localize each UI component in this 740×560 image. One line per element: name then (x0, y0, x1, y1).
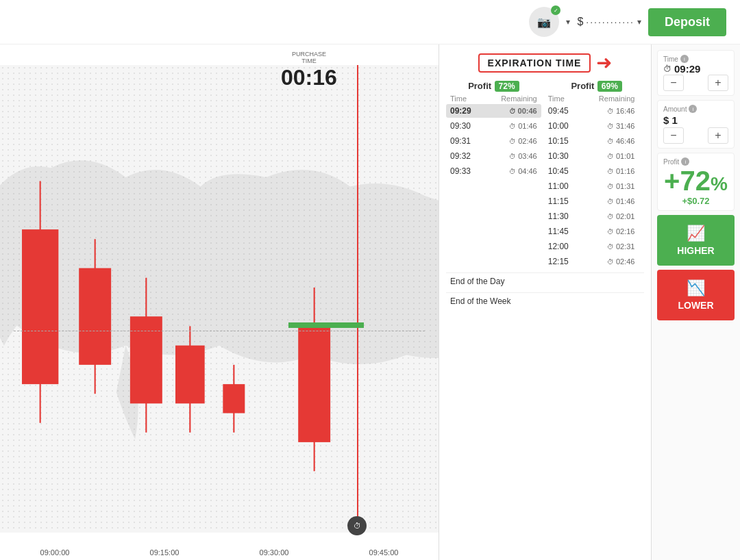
balance-prefix: $ (577, 16, 583, 28)
right-time-header: Time (548, 94, 589, 103)
x-axis: 09:00:00 09:15:00 09:30:00 09:45:00 (0, 548, 439, 557)
candlestick-chart (0, 65, 439, 529)
topbar: 📷 ✓ ▾ $ ············ ▾ Deposit (0, 0, 740, 44)
end-of-day-row[interactable]: End of the Day (446, 272, 644, 290)
check-badge: ✓ (551, 5, 560, 15)
left-time-header: Time (450, 94, 491, 103)
profit-plus-sign: + (664, 166, 680, 196)
time-value: ⏱ 09:29 (663, 63, 728, 75)
time-row-1215[interactable]: 12:15 ⏱ 02:46 (544, 255, 639, 268)
svg-rect-9 (223, 384, 245, 413)
svg-rect-1 (22, 229, 58, 384)
svg-rect-11 (298, 326, 330, 442)
right-time-column: 09:45 ⏱ 16:46 10:00 ⏱ 31:46 10:15 ⏱ 46:4… (544, 104, 639, 270)
balance-dropdown-arrow: ▾ (637, 17, 641, 27)
lower-label: LOWER (678, 300, 713, 311)
two-col-table: 09:29 ⏱ 00:46 09:30 ⏱ 01:46 09:31 ⏱ 02:4… (446, 104, 644, 270)
left-col-headers: Time Remaining (446, 94, 541, 103)
profit-section: Profit i +72% +$0.72 (657, 153, 735, 211)
time-row-1030[interactable]: 10:30 ⏱ 01:01 (544, 149, 639, 163)
timer-icon: ⏱ (354, 522, 361, 530)
time-row-1015[interactable]: 10:15 ⏱ 46:46 (544, 134, 639, 148)
chart-area: PURCHASE TIME 00:16 ⏱ (0, 44, 439, 560)
purchase-time-label-text: PURCHASE TIME (281, 51, 337, 65)
clock-icon: ⏱ (663, 64, 671, 74)
time-minus-button[interactable]: − (663, 75, 684, 91)
amount-minus-plus: − + (663, 127, 728, 144)
right-remaining-header: Remaining (589, 94, 635, 103)
lower-button[interactable]: 📉 LOWER (657, 270, 735, 320)
profit-info-icon[interactable]: i (681, 157, 689, 166)
arrow-right-icon: ➜ (596, 51, 612, 74)
purchase-time-value: 00:16 (281, 65, 337, 90)
svg-rect-3 (79, 268, 111, 365)
time-minus-plus: − + (663, 75, 728, 91)
right-col-headers: Time Remaining (544, 94, 639, 103)
lower-icon: 📉 (687, 279, 705, 297)
time-label: Time i (663, 55, 728, 63)
expiration-title-row: EXPIRATION TIME ➜ (446, 51, 644, 74)
time-row-0930[interactable]: 09:30 ⏱ 01:46 (446, 119, 541, 133)
time-row-1115[interactable]: 11:15 ⏱ 01:46 (544, 194, 639, 208)
profit-label: Profit i (663, 157, 728, 166)
x-label-1: 09:00:00 (40, 548, 70, 557)
right-profit-label: Profit (571, 81, 594, 91)
time-row-0929[interactable]: 09:29 ⏱ 00:46 (446, 104, 541, 118)
profit-percentage: +72% (663, 166, 728, 196)
time-row-0933[interactable]: 09:33 ⏱ 04:46 (446, 164, 541, 178)
higher-label: HIGHER (677, 245, 714, 256)
time-row-1045[interactable]: 10:45 ⏱ 01:16 (544, 164, 639, 178)
time-info-icon[interactable]: i (680, 55, 689, 63)
x-label-4: 09:45:00 (369, 548, 399, 557)
current-time-line (357, 65, 358, 533)
balance-dots: ············ (586, 16, 634, 27)
left-profit-header: Profit 72% (446, 79, 541, 92)
left-time-column: 09:29 ⏱ 00:46 09:30 ⏱ 01:46 09:31 ⏱ 02:4… (446, 104, 541, 270)
profit-dollar: +$0.72 (663, 196, 728, 206)
svg-rect-5 (130, 316, 162, 403)
time-row-1100[interactable]: 11:00 ⏱ 01:31 (544, 179, 639, 193)
time-row-1000[interactable]: 10:00 ⏱ 31:46 (544, 119, 639, 133)
higher-icon: 📈 (687, 225, 705, 242)
time-row-0931[interactable]: 09:31 ⏱ 02:46 (446, 134, 541, 148)
right-profit-header: Profit 69% (549, 79, 644, 92)
x-label-3: 09:30:00 (260, 548, 289, 557)
timer-circle: ⏱ (347, 516, 367, 535)
expiration-title-box: EXPIRATION TIME (478, 53, 591, 73)
left-profit-label: Profit (468, 81, 491, 91)
camera-icon: 📷 (537, 16, 551, 29)
left-profit-badge: 72% (495, 81, 519, 92)
amount-section: Amount i $ 1 − + (657, 100, 735, 149)
right-section: EXPIRATION TIME ➜ Profit 72% Profit 69% … (439, 44, 740, 560)
amount-value: $ 1 (663, 114, 728, 126)
deposit-button[interactable]: Deposit (648, 8, 726, 36)
right-sidebar: Time i ⏱ 09:29 − + Amount i $ 1 (651, 44, 740, 560)
time-section: Time i ⏱ 09:29 − + (657, 50, 735, 96)
table-headers-row: Time Remaining Time Remaining (446, 94, 644, 103)
amount-plus-button[interactable]: + (708, 127, 728, 144)
x-label-2: 09:15:00 (150, 548, 180, 557)
profit-headers: Profit 72% Profit 69% (446, 79, 644, 92)
time-row-0945[interactable]: 09:45 ⏱ 16:46 (544, 104, 639, 118)
price-horizontal-line (14, 331, 425, 331)
time-plus-button[interactable]: + (708, 75, 728, 91)
current-price-bar (288, 322, 364, 328)
svg-rect-7 (175, 346, 205, 404)
amount-label: Amount i (663, 105, 728, 113)
right-profit-badge: 69% (597, 81, 622, 92)
expiration-panel: EXPIRATION TIME ➜ Profit 72% Profit 69% … (439, 44, 651, 560)
dropdown-arrow-1[interactable]: ▾ (566, 17, 570, 27)
time-row-1145[interactable]: 11:45 ⏱ 02:16 (544, 225, 639, 238)
amount-minus-button[interactable]: − (663, 127, 684, 144)
time-row-1200[interactable]: 12:00 ⏱ 02:31 (544, 240, 639, 253)
purchase-time-label: PURCHASE TIME 00:16 (281, 51, 337, 90)
time-row-1130[interactable]: 11:30 ⏱ 02:01 (544, 209, 639, 223)
balance-display[interactable]: $ ············ ▾ (577, 16, 641, 28)
end-of-week-row[interactable]: End of the Week (446, 292, 644, 309)
time-row-0932[interactable]: 09:32 ⏱ 03:46 (446, 149, 541, 163)
camera-button[interactable]: 📷 ✓ (529, 7, 559, 37)
main-content: PURCHASE TIME 00:16 ⏱ (0, 44, 740, 560)
higher-button[interactable]: 📈 HIGHER (657, 215, 735, 266)
left-remaining-header: Remaining (491, 94, 537, 103)
amount-info-icon[interactable]: i (689, 105, 697, 113)
